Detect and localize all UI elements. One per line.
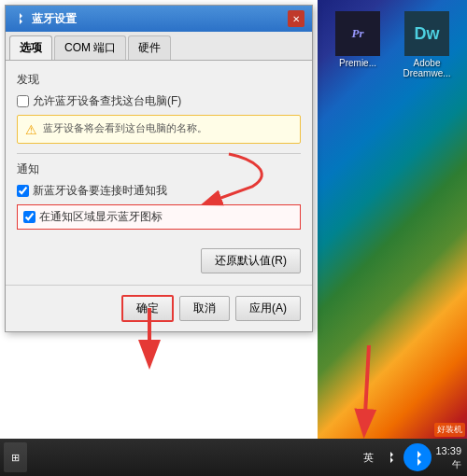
taskbar-right: 英 13:39 午 bbox=[359, 443, 467, 471]
dialog-close-button[interactable]: ✕ bbox=[288, 10, 304, 27]
warning-text: 蓝牙设备将会看到这台电脑的名称。 bbox=[43, 121, 207, 135]
dreamweaver-icon[interactable]: Dw Adobe Dreamwe... bbox=[394, 11, 460, 78]
dialog-titlebar: 蓝牙设置 ✕ bbox=[6, 6, 312, 32]
clock-meridiem: 午 bbox=[435, 458, 461, 470]
premiere-icon[interactable]: Pr Premie... bbox=[325, 11, 390, 78]
bluetooth-icon bbox=[383, 450, 398, 465]
bluetooth-title-icon bbox=[13, 12, 26, 25]
discovery-section-label: 发现 bbox=[17, 72, 301, 88]
dialog-title-text: 蓝牙设置 bbox=[32, 11, 77, 27]
watermark: 好装机 bbox=[434, 423, 465, 437]
start-button[interactable]: ⊞ bbox=[4, 442, 27, 472]
input-indicator[interactable]: 英 bbox=[359, 448, 377, 467]
notification-section-label: 通知 bbox=[17, 161, 301, 177]
section-divider-1 bbox=[17, 153, 301, 154]
dialog-tabs: 选项 COM 端口 硬件 bbox=[6, 32, 312, 61]
system-clock[interactable]: 13:39 午 bbox=[435, 444, 461, 469]
notify-checkbox-row: 新蓝牙设备要连接时通知我 bbox=[17, 183, 301, 199]
premiere-label: Premie... bbox=[339, 58, 376, 68]
dialog-title-area: 蓝牙设置 bbox=[13, 11, 77, 27]
bluetooth-big-icon[interactable] bbox=[403, 443, 432, 471]
dreamweaver-app-icon: Dw bbox=[404, 11, 449, 56]
notify-label[interactable]: 新蓝牙设备要连接时通知我 bbox=[33, 183, 167, 199]
bluetooth-tray-icon[interactable] bbox=[381, 448, 400, 467]
notify-checkbox[interactable] bbox=[17, 185, 29, 197]
restore-defaults-button[interactable]: 还原默认值(R) bbox=[201, 248, 301, 273]
bluetooth-settings-dialog: 蓝牙设置 ✕ 选项 COM 端口 硬件 发现 允许蓝牙设备查找这台电脑(F) ⚠… bbox=[5, 5, 313, 332]
tray-icon-label[interactable]: 在通知区域显示蓝牙图标 bbox=[39, 209, 163, 225]
taskbar-left: ⊞ bbox=[0, 442, 359, 472]
cancel-button[interactable]: 取消 bbox=[179, 296, 230, 321]
tray-icon-highlight-box: 在通知区域显示蓝牙图标 bbox=[17, 204, 301, 230]
tab-options[interactable]: 选项 bbox=[9, 35, 52, 60]
dreamweaver-label: Adobe Dreamwe... bbox=[403, 58, 450, 78]
taskbar: ⊞ 英 13:39 午 bbox=[0, 439, 467, 476]
dialog-footer: 确定 取消 应用(A) bbox=[6, 285, 312, 331]
premiere-app-icon: Pr bbox=[335, 11, 380, 56]
dialog-content: 发现 允许蓝牙设备查找这台电脑(F) ⚠ 蓝牙设备将会看到这台电脑的名称。 通知… bbox=[6, 61, 312, 285]
tab-hardware[interactable]: 硬件 bbox=[128, 35, 171, 60]
input-indicator-text: 英 bbox=[363, 451, 374, 465]
apply-button[interactable]: 应用(A) bbox=[235, 296, 301, 321]
tab-com-port[interactable]: COM 端口 bbox=[54, 35, 126, 60]
warning-icon: ⚠ bbox=[25, 122, 37, 137]
ok-button[interactable]: 确定 bbox=[121, 295, 174, 322]
allow-discovery-row: 允许蓝牙设备查找这台电脑(F) bbox=[17, 93, 301, 109]
tray-icon-checkbox[interactable] bbox=[23, 211, 35, 223]
desktop-icons-area: Pr Premie... Dw Adobe Dreamwe... bbox=[318, 0, 467, 86]
warning-box: ⚠ 蓝牙设备将会看到这台电脑的名称。 bbox=[17, 115, 301, 144]
clock-time: 13:39 bbox=[435, 444, 461, 457]
allow-discovery-checkbox[interactable] bbox=[17, 95, 29, 107]
allow-discovery-label[interactable]: 允许蓝牙设备查找这台电脑(F) bbox=[33, 93, 181, 109]
bluetooth-big-svg bbox=[409, 449, 426, 466]
